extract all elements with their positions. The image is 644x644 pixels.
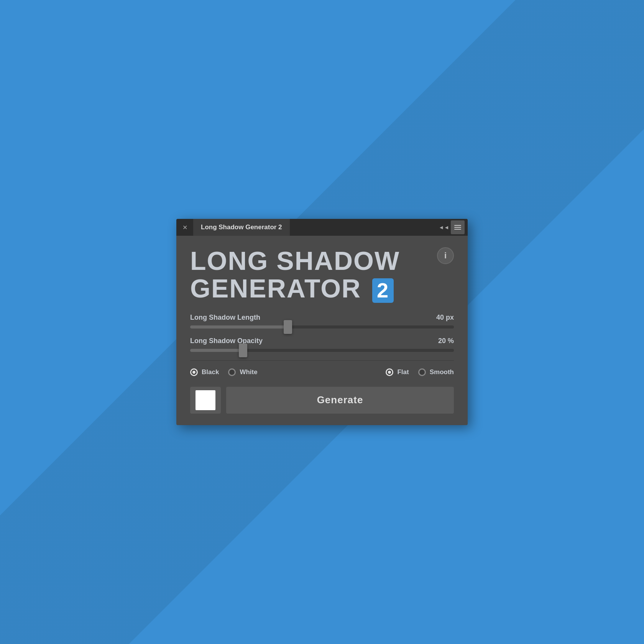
shadow-length-label-row: Long Shadow Length 40 px	[190, 314, 454, 322]
menu-button[interactable]	[451, 220, 465, 234]
radio-black-button[interactable]	[190, 368, 198, 376]
shadow-length-value: 40 px	[436, 314, 454, 322]
radio-white[interactable]: White	[228, 368, 257, 376]
plugin-panel: ✕ Long Shadow Generator 2 ◄◄ LONG SHADOW…	[176, 219, 468, 425]
title-bar-title-area: Long Shadow Generator 2	[193, 219, 290, 236]
shadow-opacity-fill	[190, 349, 243, 352]
radio-flat-inner	[388, 371, 391, 374]
shadow-opacity-section: Long Shadow Opacity 20 %	[190, 337, 454, 352]
radio-flat-button[interactable]	[386, 368, 393, 376]
hero-title: LONG SHADOW GENERATOR 2	[190, 247, 454, 302]
menu-line-1	[454, 225, 461, 226]
shadow-length-slider[interactable]	[190, 325, 454, 329]
hero-section: LONG SHADOW GENERATOR 2 i	[190, 247, 454, 302]
radio-flat[interactable]: Flat	[386, 368, 409, 376]
radio-smooth[interactable]: Smooth	[418, 368, 454, 376]
shadow-length-fill	[190, 325, 288, 329]
shadow-opacity-label-row: Long Shadow Opacity 20 %	[190, 337, 454, 345]
shadow-length-thumb[interactable]	[284, 320, 292, 334]
shadow-opacity-label: Long Shadow Opacity	[190, 337, 263, 345]
shadow-length-label: Long Shadow Length	[190, 314, 260, 322]
title-bar: ✕ Long Shadow Generator 2 ◄◄	[176, 219, 468, 236]
hero-badge: 2	[372, 278, 394, 302]
radio-black-label: Black	[202, 368, 219, 376]
color-swatch[interactable]	[190, 387, 221, 414]
menu-line-2	[454, 227, 461, 228]
radio-black[interactable]: Black	[190, 368, 219, 376]
panel-body: LONG SHADOW GENERATOR 2 i Long Shadow Le…	[176, 236, 468, 425]
radio-section: Black White Flat Smooth	[190, 368, 454, 376]
radio-flat-label: Flat	[397, 368, 409, 376]
title-bar-right: ◄◄	[437, 220, 468, 234]
radio-smooth-button[interactable]	[418, 368, 426, 376]
radio-white-label: White	[240, 368, 257, 376]
radio-smooth-label: Smooth	[430, 368, 454, 376]
panel-title: Long Shadow Generator 2	[201, 223, 282, 231]
shadow-opacity-slider[interactable]	[190, 349, 454, 352]
generate-button[interactable]: Generate	[226, 387, 454, 414]
hero-line-2: GENERATOR 2	[190, 275, 454, 303]
hero-line-2-text: GENERATOR	[190, 274, 361, 303]
color-swatch-color	[196, 390, 215, 410]
separator	[190, 360, 454, 361]
close-button[interactable]: ✕	[176, 219, 193, 236]
menu-line-3	[454, 229, 461, 230]
generate-row: Generate	[190, 387, 454, 414]
radio-black-inner	[192, 371, 196, 374]
collapse-button[interactable]: ◄◄	[437, 220, 451, 234]
title-bar-left: ✕ Long Shadow Generator 2	[176, 219, 290, 236]
hero-line-1: LONG SHADOW	[190, 247, 454, 274]
radio-white-button[interactable]	[228, 368, 236, 376]
shadow-opacity-thumb[interactable]	[239, 343, 247, 357]
shadow-opacity-value: 20 %	[438, 337, 454, 345]
shadow-length-section: Long Shadow Length 40 px	[190, 314, 454, 329]
